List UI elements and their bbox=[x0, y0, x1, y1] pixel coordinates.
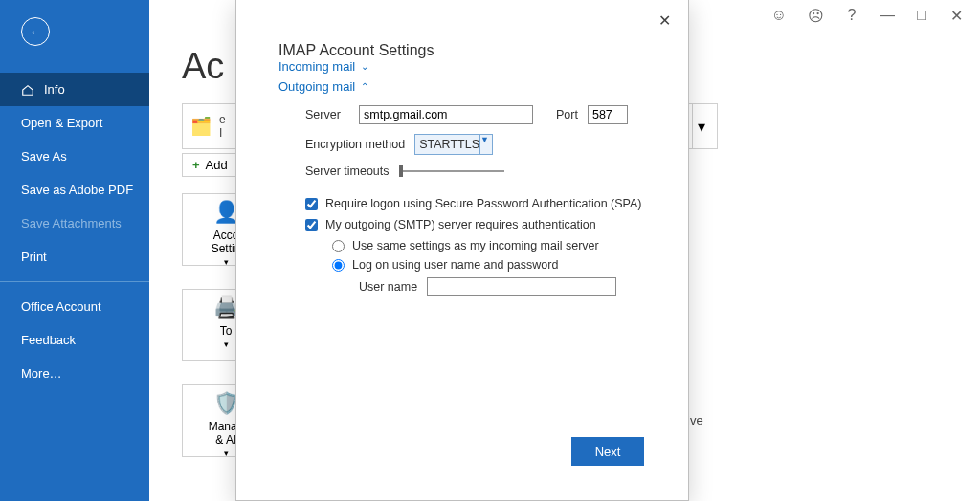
sidebar-item-more[interactable]: More… bbox=[0, 357, 149, 390]
backstage-sidebar: ← Info Open & Export Save As Save as Ado… bbox=[0, 0, 149, 501]
auth-radio-group: Use same settings as my incoming mail se… bbox=[332, 239, 688, 296]
text-fragment: ive bbox=[687, 413, 703, 427]
slider-thumb[interactable] bbox=[399, 165, 403, 177]
sidebar-label: More… bbox=[21, 366, 62, 381]
spa-checkbox[interactable] bbox=[305, 198, 318, 210]
sidebar-label: Print bbox=[21, 250, 47, 264]
checkbox-label: Require logon using Secure Password Auth… bbox=[325, 197, 642, 210]
text-frag: I bbox=[219, 126, 226, 140]
sidebar-label: Office Account bbox=[21, 299, 101, 314]
smtp-auth-checkbox-row[interactable]: My outgoing (SMTP) server requires authe… bbox=[305, 218, 688, 231]
imap-settings-dialog: ✕ IMAP Account Settings Incoming mail ⌄ … bbox=[235, 0, 689, 501]
logon-radio[interactable] bbox=[332, 259, 345, 272]
feedback-sad-icon[interactable]: ☹ bbox=[808, 8, 823, 23]
tile-label: To bbox=[220, 324, 233, 338]
plus-icon: + bbox=[192, 158, 200, 172]
server-label: Server bbox=[305, 108, 349, 121]
sidebar-item-print[interactable]: Print bbox=[0, 240, 149, 273]
sidebar-item-save-attachments: Save Attachments bbox=[0, 207, 149, 240]
sidebar-item-save-adobe-pdf[interactable]: Save as Adobe PDF bbox=[0, 173, 149, 207]
chevron-down-icon: ⌄ bbox=[361, 61, 368, 72]
text-frag: e bbox=[219, 113, 226, 126]
next-button[interactable]: Next bbox=[571, 437, 644, 466]
radio-label: Use same settings as my incoming mail se… bbox=[352, 239, 599, 252]
server-timeouts-label: Server timeouts bbox=[305, 164, 390, 178]
back-button[interactable]: ← bbox=[21, 17, 50, 46]
encryption-method-dropdown[interactable]: STARTTLS ▼ bbox=[414, 134, 493, 155]
help-icon[interactable]: ? bbox=[844, 8, 859, 23]
section-label: Outgoing mail bbox=[278, 79, 355, 94]
sidebar-item-open-export[interactable]: Open & Export bbox=[0, 106, 149, 140]
dropdown-value: STARTTLS bbox=[419, 138, 479, 151]
chevron-down-icon[interactable]: ▾ bbox=[692, 104, 709, 148]
sidebar-label: Save Attachments bbox=[21, 216, 122, 230]
window-maximize-icon[interactable]: □ bbox=[915, 9, 928, 22]
outgoing-mail-form: Server Port Encryption method STARTTLS ▼… bbox=[305, 105, 688, 296]
server-input[interactable] bbox=[359, 105, 533, 124]
page-heading-truncated: Ac bbox=[182, 46, 224, 87]
sidebar-item-office-account[interactable]: Office Account bbox=[0, 290, 149, 323]
sidebar-item-save-as[interactable]: Save As bbox=[0, 140, 149, 173]
encryption-label: Encryption method bbox=[305, 138, 405, 151]
sidebar-item-feedback[interactable]: Feedback bbox=[0, 323, 149, 357]
add-account-button-truncated[interactable]: + Add bbox=[182, 153, 238, 177]
port-input[interactable] bbox=[588, 105, 628, 124]
outgoing-mail-toggle[interactable]: Outgoing mail ⌃ bbox=[278, 79, 688, 94]
use-same-settings-radio[interactable] bbox=[332, 240, 345, 252]
sidebar-separator bbox=[0, 281, 149, 282]
home-icon bbox=[21, 83, 34, 97]
sidebar-label: Save as Adobe PDF bbox=[21, 183, 133, 197]
logon-radio-row[interactable]: Log on using user name and password bbox=[332, 258, 688, 272]
checkbox-label: My outgoing (SMTP) server requires authe… bbox=[325, 218, 596, 231]
chevron-down-icon: ▼ bbox=[479, 135, 489, 154]
sidebar-label: Open & Export bbox=[21, 116, 102, 130]
chevron-up-icon: ⌃ bbox=[361, 81, 368, 92]
spa-checkbox-row[interactable]: Require logon using Secure Password Auth… bbox=[305, 197, 688, 210]
feedback-happy-icon[interactable]: ☺ bbox=[771, 8, 787, 23]
dialog-title: IMAP Account Settings bbox=[278, 42, 688, 59]
sidebar-item-info[interactable]: Info bbox=[0, 73, 149, 106]
mailbox-icon: 🗂️ bbox=[190, 116, 212, 137]
window-minimize-icon[interactable]: — bbox=[880, 9, 894, 22]
window-close-icon[interactable]: ✕ bbox=[949, 9, 963, 22]
sidebar-label: Save As bbox=[21, 149, 67, 163]
smtp-auth-checkbox[interactable] bbox=[305, 219, 318, 231]
button-label: Add bbox=[206, 158, 228, 172]
arrow-left-icon: ← bbox=[30, 25, 42, 39]
port-label: Port bbox=[556, 108, 578, 121]
username-label: User name bbox=[359, 280, 417, 294]
sidebar-label: Info bbox=[44, 82, 65, 97]
server-timeouts-slider[interactable] bbox=[399, 170, 504, 172]
section-label: Incoming mail bbox=[278, 59, 355, 74]
username-input[interactable] bbox=[427, 277, 616, 296]
dialog-close-button[interactable]: ✕ bbox=[658, 11, 671, 30]
radio-label: Log on using user name and password bbox=[352, 258, 558, 272]
use-same-settings-radio-row[interactable]: Use same settings as my incoming mail se… bbox=[332, 239, 688, 252]
incoming-mail-toggle[interactable]: Incoming mail ⌄ bbox=[278, 59, 688, 74]
window-titlebar: ☺ ☹ ? — □ ✕ bbox=[771, 0, 980, 31]
sidebar-label: Feedback bbox=[21, 333, 76, 347]
